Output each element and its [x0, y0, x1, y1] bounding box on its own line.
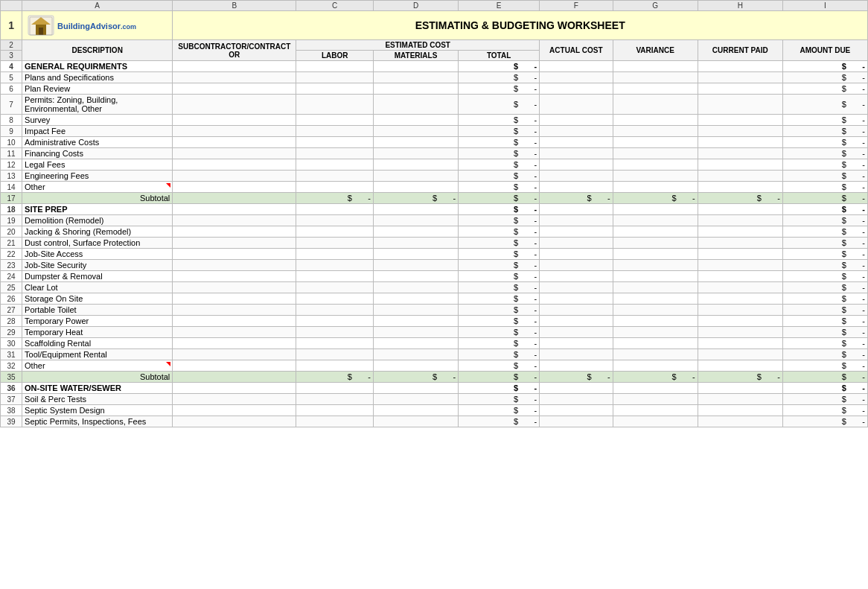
row-num-5: 5 [1, 72, 22, 83]
row-13: 13 Engineering Fees $ - $ - [1, 171, 868, 182]
col-header-h: H [698, 1, 782, 11]
row11-desc: Financing Costs [22, 148, 173, 159]
row-num-2: 2 [1, 40, 22, 51]
row-5: 5 Plans and Specifications $ - $ - [1, 72, 868, 83]
corner-cell [1, 1, 22, 11]
subcontractor-header: SUBCONTRACTOR/CONTRACT OR [173, 40, 296, 61]
row-num-3: 3 [1, 51, 22, 61]
col-header-b: B [173, 1, 296, 11]
actual-cost-header: ACTUAL COST [540, 40, 613, 61]
row-num-39: 39 [1, 416, 22, 427]
row-num-35: 35 [1, 372, 22, 383]
general-f-4 [540, 61, 613, 72]
total-header: TOTAL [459, 51, 540, 61]
row-num-37: 37 [1, 394, 22, 405]
row13-desc: Engineering Fees [22, 171, 173, 182]
col-header-c: C [296, 1, 374, 11]
col-header-row: A B C D E F G H I 1 [0, 0, 868, 427]
row-num-31: 31 [1, 349, 22, 360]
row-14: 14 Other $ - $ - [1, 182, 868, 193]
title-row: 1 [1, 11, 868, 40]
header-row-2: 2 DESCRIPTION SUBCONTRACTOR/CONTRACT OR … [1, 40, 868, 51]
row-10: 10 Administrative Costs $ - $ - [1, 137, 868, 148]
row-28: 28 Temporary Power $ - $ - [1, 316, 868, 327]
row-12: 12 Legal Fees $ - $ - [1, 159, 868, 171]
row-num-11: 11 [1, 148, 22, 159]
logo-icon [27, 14, 55, 36]
row-num-6: 6 [1, 83, 22, 95]
materials-header: MATERIALS [374, 51, 459, 61]
col-header-a: A [22, 1, 173, 11]
site-prep-label: SITE PREP [22, 204, 173, 215]
row9-desc: Impact Fee [22, 126, 173, 137]
row-num-25: 25 [1, 282, 22, 293]
row-29: 29 Temporary Heat $ - $ - [1, 327, 868, 338]
amount-due-header: AMOUNT DUE [782, 40, 867, 61]
general-e-4: $ - [459, 61, 540, 72]
water-sewer-header-row: 36 ON-SITE WATER/SEWER $ - $ - [1, 383, 868, 394]
row-num-24: 24 [1, 271, 22, 282]
row-num-10: 10 [1, 137, 22, 148]
col-header-f: F [540, 1, 613, 11]
general-requirements-label: GENERAL REQUIRMENTS [22, 61, 173, 72]
row-20: 20 Jacking & Shoring (Remodel) $ - $ - [1, 226, 868, 238]
row-num-21: 21 [1, 238, 22, 249]
row12-desc: Legal Fees [22, 159, 173, 171]
row10-desc: Administrative Costs [22, 137, 173, 148]
row-num-36: 36 [1, 383, 22, 394]
row-num-23: 23 [1, 260, 22, 271]
row-num-26: 26 [1, 293, 22, 305]
row-23: 23 Job-Site Security $ - $ - [1, 260, 868, 271]
estimated-cost-header: ESTIMATED COST [296, 40, 540, 51]
row-num-8: 8 [1, 115, 22, 126]
row-19: 19 Demolition (Remodel) $ - $ - [1, 215, 868, 226]
subtotal-label-17: Subtotal [22, 193, 173, 204]
row-num-12: 12 [1, 159, 22, 171]
row-24: 24 Dumpster & Removal $ - $ - [1, 271, 868, 282]
worksheet-title: ESTIMATING & BUDGETING WORKSHEET [173, 11, 868, 40]
row-6: 6 Plan Review $ - $ - [1, 83, 868, 95]
row-num-14: 14 [1, 182, 22, 193]
general-b-4 [173, 61, 296, 72]
subtotal-row-17: 17 Subtotal $ - $ - $ - $ - $ - $ - $ - [1, 193, 868, 204]
row-25: 25 Clear Lot $ - $ - [1, 282, 868, 293]
general-h-4 [698, 61, 782, 72]
row6-desc: Plan Review [22, 83, 173, 95]
logo-cell: BuildingAdvisor.com [22, 11, 173, 40]
row7-desc: Permits: Zoning, Building,Environmental,… [22, 95, 173, 115]
description-header: DESCRIPTION [22, 40, 173, 61]
col-header-g: G [613, 1, 698, 11]
row-num-17: 17 [1, 193, 22, 204]
subtotal-row-35: 35 Subtotal $ - $ - $ - $ - $ - $ - $ - [1, 372, 868, 383]
col-header-d: D [374, 1, 459, 11]
col-header-e: E [459, 1, 540, 11]
row-27: 27 Portable Toilet $ - $ - [1, 305, 868, 316]
row-9: 9 Impact Fee $ - $ - [1, 126, 868, 137]
row-num-30: 30 [1, 338, 22, 349]
row-num-9: 9 [1, 126, 22, 137]
row-num-1: 1 [1, 11, 22, 40]
row-num-4: 4 [1, 61, 22, 72]
col-letters-row: A B C D E F G H I [1, 1, 868, 11]
row-7: 7 Permits: Zoning, Building,Environmenta… [1, 95, 868, 115]
general-i-4: $ - [782, 61, 867, 72]
row-num-19: 19 [1, 215, 22, 226]
spreadsheet: A B C D E F G H I 1 [0, 0, 868, 427]
row-22: 22 Job-Site Access $ - $ - [1, 249, 868, 260]
row-11: 11 Financing Costs $ - $ - [1, 148, 868, 159]
row-num-22: 22 [1, 249, 22, 260]
general-g-4 [613, 61, 698, 72]
site-prep-header-row: 18 SITE PREP $ - $ - [1, 204, 868, 215]
row-38: 38 Septic System Design $ - $ - [1, 405, 868, 416]
svg-rect-3 [39, 28, 43, 35]
general-d-4 [374, 61, 459, 72]
current-paid-header: CURRENT PAID [698, 40, 782, 61]
labor-header: LABOR [296, 51, 374, 61]
row-39: 39 Septic Permits, Inspections, Fees $ -… [1, 416, 868, 427]
row-37: 37 Soil & Perc Tests $ - $ - [1, 394, 868, 405]
water-sewer-label: ON-SITE WATER/SEWER [22, 383, 173, 394]
row-num-29: 29 [1, 327, 22, 338]
row-num-13: 13 [1, 171, 22, 182]
general-requirements-header-row: 4 GENERAL REQUIRMENTS $ - $ - [1, 61, 868, 72]
subtotal-label-35: Subtotal [22, 372, 173, 383]
